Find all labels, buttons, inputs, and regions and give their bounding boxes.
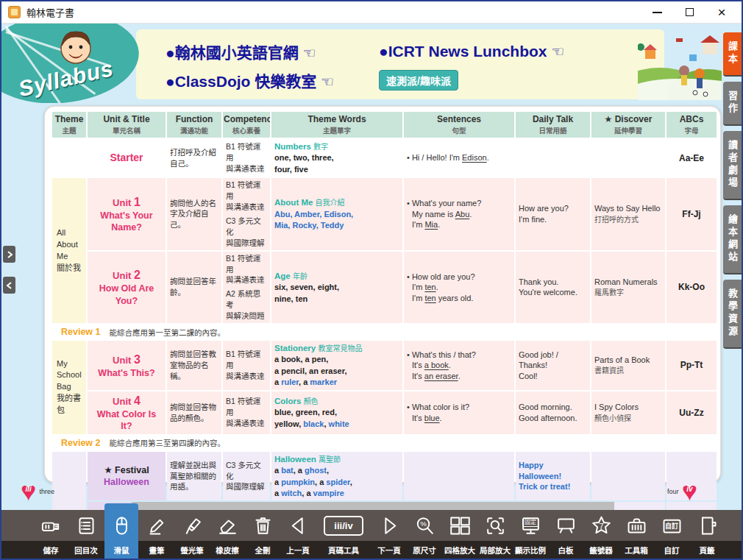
toolbar-eraser-button[interactable]: 橡皮擦 xyxy=(210,510,244,559)
display-ratio-icon: 固定 xyxy=(513,510,547,541)
partial-zoom-label: 局部放大 xyxy=(480,541,511,559)
prev-page-label: 上一頁 xyxy=(286,541,310,559)
review2-row: Review 2能綜合應用第三至第四課的內容。 xyxy=(52,436,717,450)
next-page-label: 下一頁 xyxy=(377,541,401,559)
link-hanlin-english-site[interactable]: ●翰林國小英語官網☜ xyxy=(166,40,379,63)
unit2-sentences-cell: • How old are you?I'm ten.I'm ten years … xyxy=(404,252,514,323)
page-number-display[interactable]: iii/iv xyxy=(324,516,363,536)
toolbar-original-size-button[interactable]: %原尺寸 xyxy=(408,510,441,559)
unit1-function-cell: 詢問他人的名字及介紹自己。 xyxy=(167,178,221,249)
col-header-sentences: Sentences句型 xyxy=(404,112,514,138)
col-header-daily-talk: Daily Talk日常用語 xyxy=(516,112,590,138)
unit1-abcs-cell: Ff-Jj xyxy=(666,178,717,249)
toolbar-next-page-button[interactable]: 下一頁 xyxy=(372,510,406,559)
save-icon xyxy=(34,510,68,541)
col-header-unit-title: Unit & Title單元名稱 xyxy=(88,112,166,138)
unit2-words-cell: Age 年齡six, seven, eight,nine, ten xyxy=(271,252,402,323)
toolbar-custom-button[interactable]: 自訂自訂 xyxy=(655,510,689,559)
toolbar-save-button[interactable]: 儲存 xyxy=(34,510,68,559)
festival-competency-cell: C3 多元文化與國際理解 xyxy=(223,452,270,501)
toolbar-toc-button[interactable]: 回目次 xyxy=(69,510,103,559)
pointing-hand-icon: ☜ xyxy=(321,74,334,90)
unit3-competency-cell: B1 符號運用與溝通表達 xyxy=(223,341,270,390)
unit4-sentences-cell: • What color is it?It's blue. xyxy=(404,391,514,434)
app-window: 翰林電子書 × ●翰林國小英語官網☜ ●ICRT News Lunchbox☜ … xyxy=(0,0,743,560)
toc-label: 回目次 xyxy=(74,541,98,559)
minimize-button[interactable] xyxy=(647,4,666,21)
toolbar-number-picker-button[interactable]: 7籤號器 xyxy=(584,510,618,559)
syllabus-page-card: Theme主題 Unit & Title單元名稱 Function溝通功能 Co… xyxy=(44,106,721,483)
toolbar-four-pane-zoom-button[interactable]: 四格放大 xyxy=(443,510,477,559)
unit4-discover-cell: I Spy Colors顏色小偵探 xyxy=(591,391,665,434)
custom-badge: 自訂 xyxy=(664,522,680,531)
unit4-function-cell: 詢問並回答物品的顏色。 xyxy=(167,391,221,434)
four-pane-zoom-label: 四格放大 xyxy=(444,541,475,559)
side-tab-readers-theater[interactable]: 讀者劇場 xyxy=(723,131,742,200)
toolbar-mouse-button[interactable]: 滑鼠 xyxy=(104,510,138,559)
heart-icon: ♥iv xyxy=(682,478,697,505)
col-header-theme: Theme主題 xyxy=(52,112,86,138)
syllabus-table: Theme主題 Unit & Title單元名稱 Function溝通功能 Co… xyxy=(51,110,718,558)
festival-words-cell: Halloween 萬聖節a bat, a ghost,a pumpkin, a… xyxy=(271,452,402,501)
festival-function-cell: 理解並說出與萬聖節相關的用語。 xyxy=(167,452,221,501)
content-area: ●翰林國小英語官網☜ ●ICRT News Lunchbox☜ ●ClassDo… xyxy=(1,24,742,510)
side-tab-textbook[interactable]: 課本 xyxy=(723,32,742,77)
starter-title-cell: Starter xyxy=(88,139,166,177)
eraser-icon xyxy=(210,510,244,541)
maximize-button[interactable] xyxy=(680,4,699,21)
app-logo-icon xyxy=(8,6,21,18)
toolbar-page-tabs-button[interactable]: 頁籤 xyxy=(690,510,724,559)
quick-test-button[interactable]: 速測派/趣味派 xyxy=(379,70,458,91)
page-number-tool-icon: iii/iv xyxy=(316,510,371,541)
link-classdojo[interactable]: ●ClassDojo 快樂教室☜ xyxy=(166,69,379,91)
festival-discover-cell xyxy=(591,452,665,501)
review1-row: Review 1能綜合應用第一至第二課的內容。 xyxy=(52,325,717,339)
syllabus-logo: Syllabus xyxy=(1,24,141,103)
festival-daily-cell: Happy Halloween!Trick or treat! xyxy=(516,452,590,501)
toolbar-pen-button[interactable]: 畫筆 xyxy=(140,510,174,559)
side-tab-picture-book-site[interactable]: 繪本網站 xyxy=(723,205,742,274)
toolbar-delete-all-button[interactable]: 全刪 xyxy=(246,510,280,559)
unit3-discover-cell: Parts of a Book書籍資訊 xyxy=(591,341,665,390)
next-page-icon xyxy=(372,510,406,541)
starter-competency-cell: B1 符號運用與溝通表達 xyxy=(223,139,270,177)
unit1-competency-cell: B1 符號運用與溝通表達C3 多元文化與國際理解 xyxy=(223,178,270,249)
toolbar-partial-zoom-button[interactable]: 局部放大 xyxy=(478,510,512,559)
unit2-abcs-cell: Kk-Oo xyxy=(666,252,717,323)
save-label: 儲存 xyxy=(43,541,59,559)
starter-daily-cell xyxy=(516,139,590,177)
unit4-daily-cell: Good morning.Good afternoon. xyxy=(516,391,590,434)
side-tab-bar: 課本習作讀者劇場繪本網站教學資源 xyxy=(723,32,742,349)
pointing-hand-icon: ☜ xyxy=(303,45,316,61)
original-size-label: 原尺寸 xyxy=(413,541,436,559)
starter-function-cell: 打招呼及介紹自己。 xyxy=(167,139,221,177)
toolbar-whiteboard-button[interactable]: 白板 xyxy=(549,510,583,559)
toc-icon xyxy=(69,510,103,541)
side-tab-workbook[interactable]: 習作 xyxy=(723,82,742,126)
toolbar-toolbox-button[interactable]: 工具箱 xyxy=(619,510,653,559)
unit2-title-cell: Unit 2How Old Are You? xyxy=(88,252,166,323)
theme-all-about-me-cell: AllAboutMe關於我 xyxy=(52,178,86,323)
unit1-title-cell: Unit 1What's Your Name? xyxy=(88,178,166,249)
page-marker-right: four ♥iv xyxy=(667,478,697,505)
custom-icon: 自訂 xyxy=(655,510,689,541)
col-header-function: Function溝通功能 xyxy=(167,112,221,138)
toolbar-display-ratio-button[interactable]: 固定顯示比例 xyxy=(513,510,547,559)
close-button[interactable]: × xyxy=(712,4,731,21)
toolbar-prev-page-button[interactable]: 上一頁 xyxy=(281,510,315,559)
page-number-tool-label: 頁碼工具 xyxy=(328,541,359,559)
pen-icon xyxy=(140,510,174,541)
festival-title-cell: ★ FestivalHalloween xyxy=(88,452,166,501)
page-tabs-icon xyxy=(690,510,724,541)
collapse-panel-left-arrow[interactable] xyxy=(3,277,15,294)
side-tab-teaching-resources[interactable]: 教學資源 xyxy=(723,280,742,349)
toolbar-highlighter-button[interactable]: 螢光筆 xyxy=(175,510,209,559)
toolbar-page-number-tool-button[interactable]: iii/iv頁碼工具 xyxy=(316,510,371,559)
heart-icon: ♥iii xyxy=(21,478,36,505)
expand-panel-right-arrow[interactable] xyxy=(3,246,15,263)
unit3-daily-cell: Good job! / Thanks!Cool! xyxy=(516,341,590,390)
unit3-sentences-cell: • What's this / that?It's a book.It's an… xyxy=(404,341,514,390)
col-header-theme-words: Theme Words主題單字 xyxy=(271,112,402,138)
link-icrt-news-lunchbox[interactable]: ●ICRT News Lunchbox☜ xyxy=(379,43,657,60)
whiteboard-icon xyxy=(549,510,583,541)
